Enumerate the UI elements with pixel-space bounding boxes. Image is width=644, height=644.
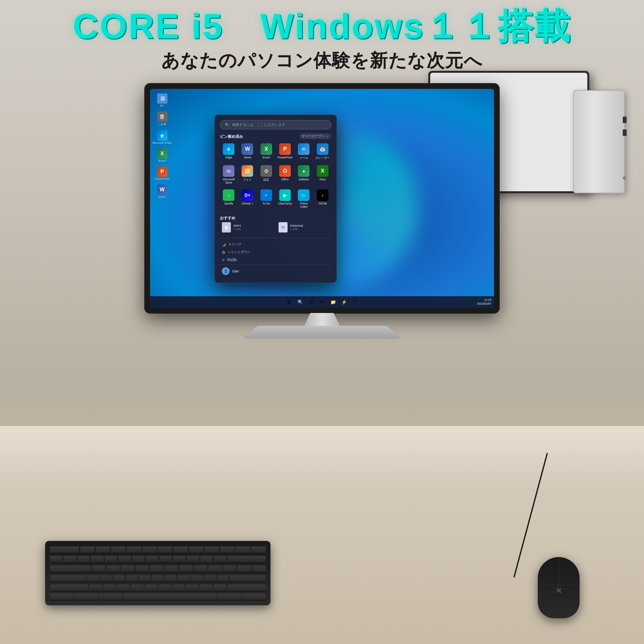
key-c[interactable] [117, 584, 130, 592]
user-section[interactable]: 👤 User [220, 264, 331, 278]
all-apps-button[interactable]: すべてのアプリ ＞ [299, 133, 331, 139]
pinned-photos[interactable]: 🖼 フォト [239, 163, 256, 186]
key-f7[interactable] [173, 546, 188, 554]
taskbar-defender[interactable]: 🛡 [350, 297, 360, 307]
key-f11[interactable] [235, 546, 250, 554]
key-bracket-r[interactable] [252, 565, 266, 573]
key-comma[interactable] [186, 584, 199, 592]
key-k[interactable] [178, 575, 190, 582]
key-t[interactable] [150, 565, 164, 573]
task-view-button[interactable]: ⊡ [306, 297, 316, 307]
key-l[interactable] [191, 575, 203, 582]
key-alt-l[interactable] [99, 593, 122, 601]
key-f6[interactable] [158, 546, 172, 554]
key-f2[interactable] [96, 546, 110, 554]
desktop-icon-edge[interactable]: e Microsoft Edge [153, 129, 171, 146]
pinned-mail[interactable]: ✉ メール [295, 141, 312, 162]
key-m[interactable] [172, 584, 185, 592]
pinned-calendar[interactable]: 📅 カレンダー [314, 141, 331, 162]
desktop-icon-ppt[interactable]: P PowerPoint [153, 165, 171, 182]
desktop-icon-excel[interactable]: X Excel [153, 147, 171, 164]
key-d[interactable] [113, 575, 125, 582]
desktop-icon-pc[interactable]: 🖥 PC [153, 92, 171, 109]
sleep-button[interactable]: 🌙 スリープ [220, 241, 331, 248]
key-shift-r[interactable] [227, 584, 266, 592]
key-g[interactable] [139, 575, 151, 582]
key-9[interactable] [173, 556, 185, 563]
key-y[interactable] [165, 565, 178, 573]
key-space[interactable] [123, 593, 217, 601]
key-f8[interactable] [189, 546, 204, 554]
key-q[interactable] [92, 565, 105, 573]
key-backspace[interactable] [228, 556, 266, 563]
key-6[interactable] [132, 556, 145, 563]
shutdown-button[interactable]: ⏻ シャットダウン [220, 249, 331, 255]
key-a[interactable] [87, 575, 99, 582]
key-w[interactable] [106, 565, 120, 573]
key-h[interactable] [152, 575, 164, 582]
key-f[interactable] [126, 575, 138, 582]
key-f1[interactable] [80, 546, 95, 554]
key-p[interactable] [223, 565, 236, 573]
key-tab[interactable] [50, 565, 91, 573]
key-minus[interactable] [200, 556, 213, 563]
key-shift-l[interactable] [50, 584, 88, 592]
key-z[interactable] [89, 584, 102, 592]
pinned-store[interactable]: 🛍 Microsoft Store [220, 163, 237, 186]
key-ctrl-l[interactable] [50, 593, 73, 601]
key-v[interactable] [131, 584, 144, 592]
key-f3[interactable] [111, 546, 126, 554]
key-o[interactable] [208, 565, 222, 573]
pinned-spotify[interactable]: ♪ Spotify [220, 187, 237, 210]
pinned-word[interactable]: W Word [239, 141, 256, 162]
key-1[interactable] [63, 556, 76, 563]
pinned-todo[interactable]: ✓ To Do [258, 187, 275, 210]
key-semicolon[interactable] [204, 575, 216, 582]
key-slash[interactable] [213, 584, 226, 592]
desktop-icon-trash[interactable]: 🗑 ごみ箱 [153, 110, 171, 128]
pinned-xbox[interactable]: X Xbox [314, 163, 331, 186]
key-n[interactable] [158, 584, 171, 592]
pinned-disney[interactable]: D+ Disney + [239, 187, 256, 210]
key-4[interactable] [105, 556, 117, 563]
start-button[interactable]: ⊞ [284, 297, 294, 307]
key-5[interactable] [118, 556, 131, 563]
key-quote[interactable] [217, 575, 229, 582]
key-x[interactable] [103, 584, 116, 592]
key-u[interactable] [179, 565, 193, 573]
pinned-solitaire[interactable]: ♠ Solitaire [295, 163, 312, 186]
key-esc[interactable] [50, 546, 79, 554]
pinned-office[interactable]: O Office [276, 163, 294, 186]
taskbar-edge[interactable]: ⚡ [339, 297, 349, 307]
mini-pc-power-button[interactable] [623, 176, 626, 180]
key-bracket-l[interactable] [237, 565, 251, 573]
key-s[interactable] [100, 575, 112, 582]
key-f12[interactable] [251, 546, 266, 554]
key-7[interactable] [146, 556, 158, 563]
key-b[interactable] [145, 584, 157, 592]
rec-item-1[interactable]: 📄 DHP1 4 分前 [220, 221, 275, 234]
key-period[interactable] [200, 584, 213, 592]
key-f9[interactable] [204, 546, 219, 554]
restart-button[interactable]: ↺ 再起動 [220, 257, 331, 263]
pinned-excel[interactable]: X Excel [258, 141, 275, 162]
key-backtick[interactable] [50, 556, 62, 563]
key-ctrl-r[interactable] [242, 593, 266, 601]
key-j[interactable] [165, 575, 177, 582]
key-0[interactable] [186, 556, 199, 563]
pinned-prime[interactable]: ▷ Prime Video [295, 187, 312, 210]
pinned-clipchamp[interactable]: ▶ Clipchamp [276, 187, 294, 210]
search-button[interactable]: 🔍 [295, 297, 305, 307]
key-caps[interactable] [50, 575, 86, 582]
pinned-settings[interactable]: ⚙ 設定 [258, 163, 275, 186]
key-8[interactable] [159, 556, 172, 563]
pinned-edge[interactable]: e Edge [220, 141, 237, 162]
key-i[interactable] [194, 565, 207, 573]
key-f10[interactable] [220, 546, 234, 554]
pinned-tiktok[interactable]: ♪ TikTok [314, 187, 331, 210]
key-2[interactable] [77, 556, 90, 563]
key-e[interactable] [121, 565, 134, 573]
mouse[interactable]: ✕ [538, 557, 580, 618]
key-f4[interactable] [127, 546, 141, 554]
search-bar[interactable]: 🔍 検索するには、ここに入力します [220, 120, 331, 129]
